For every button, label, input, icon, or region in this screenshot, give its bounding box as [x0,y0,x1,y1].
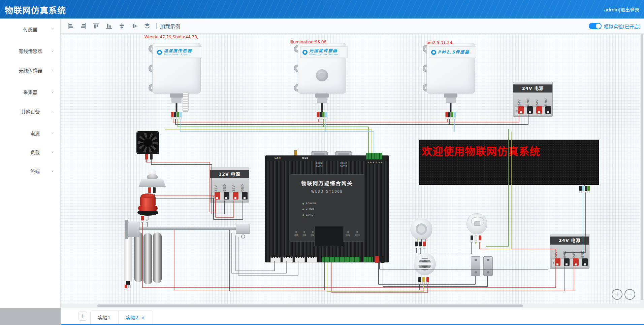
green-terminal-strip [322,257,360,262]
zoom-in-button[interactable]: + [612,289,622,300]
chevron-down-icon: ∨ [51,88,54,96]
device-illumination-sensor[interactable]: 光照度传感器 Illumination Sensor [293,43,351,120]
device-pir-sensor[interactable] [410,218,432,250]
device-horn[interactable] [139,170,166,197]
device-ceiling-sensor[interactable] [466,213,487,244]
device-24v-power-supply-2[interactable]: 24V 电源 24V GND 24V GND [550,234,589,269]
device-linear-actuator[interactable] [125,220,251,241]
rs485-label: A [367,161,369,164]
com-label: COM3 [335,165,352,167]
terminal-clip [536,106,542,114]
psu-title: 12V 电源 [210,170,249,178]
sensor-title: 光照度传感器 [309,49,339,53]
design-canvas[interactable]: Wendu:47.29,Shidu:44.78, Illumination:96… [61,34,644,308]
app-title: 物联网仿真系统 [5,4,66,16]
align-center-horizontal-icon[interactable] [117,22,126,30]
align-center-vertical-icon[interactable] [130,22,139,30]
sidebar-item-loads[interactable]: 负载∨ [0,148,61,157]
sidebar-item-terminals[interactable]: 终端∨ [0,167,61,176]
username: admin [604,7,619,12]
cable-gland [444,94,457,98]
sidebar-item-wired-sensors[interactable]: 有线传感器∨ [0,46,61,56]
io-connector [295,257,305,262]
scrollbar-thumb[interactable] [97,304,523,307]
com-port-labels: COM2 COM3 [335,162,352,167]
terminal-clip [150,154,153,159]
terminal-label: 24V [536,94,541,106]
psu-terminal-labels: 24V GND 24V GND [554,246,587,258]
terminal-label: GND [581,246,587,258]
sidebar-item-label: 终端 [30,169,40,174]
device-smoke-detector[interactable] [414,253,436,284]
terminal-clip [224,192,229,200]
terminal-base [171,117,174,119]
simulation-toggle-label: 模拟实验(已开启) [604,23,641,30]
horizontal-scrollbar[interactable] [61,304,640,308]
sidebar: 传感器∧ 有线传感器∨ 无线传感器∧ 采集器∨ 其他设备∧ 电源∨ 负载∨ 终端… [0,19,61,308]
sidebar-item-collectors[interactable]: 采集器∨ [0,87,61,97]
terminal-clip [418,277,421,282]
device-fan[interactable] [136,131,159,154]
device-12v-power-supply[interactable]: 12V 电源 12V GND 12V GND [210,168,249,203]
rs485-label: B [381,161,383,164]
scrollbar-thumb[interactable] [641,34,643,300]
device-pm25-sensor[interactable]: PM2.5传感器 [422,43,480,120]
terminal-clip [451,112,453,117]
tab-experiment-2[interactable]: 实验2× [118,311,153,324]
sidebar-item-wireless-sensors[interactable]: 无线传感器∧ [0,66,61,75]
io-connector [270,257,281,262]
align-bottom-icon[interactable] [104,22,113,30]
simulation-toggle[interactable] [589,23,602,29]
device-door-contact[interactable] [471,256,493,277]
device-led-display[interactable]: 欢迎使用物联网仿真系统 [419,140,599,185]
terminal-base [422,282,425,284]
terminal-base [320,117,322,119]
screw [487,271,489,274]
terminal-clip [320,112,322,117]
cable [450,103,452,112]
terminal-clip [555,258,560,266]
io-label: DI2 [311,234,315,237]
sidebar-item-sensors[interactable]: 传感器∧ [0,25,61,34]
terminal-label: GND [241,180,247,192]
terminal-label: GND [544,94,550,106]
terminal-clips [145,154,153,162]
align-top-icon[interactable] [92,22,100,30]
sidebar-item-power[interactable]: 电源∨ [0,129,61,138]
wire-splice [579,186,590,193]
terminal-clip [419,242,422,246]
screw [137,132,138,133]
light-lens [316,69,328,81]
terminal-base [418,282,421,284]
rs485-label: B [375,161,378,164]
add-tab-button[interactable]: + [78,312,87,321]
terminal-clip [125,285,127,288]
device-temp-humidity-sensor[interactable]: 温湿度传感器 Temp humi Sensor [148,43,205,120]
align-left-icon[interactable] [66,22,75,30]
zoom-out-button[interactable]: − [624,289,635,300]
pir-dome [410,218,432,240]
cable-gland [171,98,182,103]
terminal-clip [215,192,220,200]
brand-logo-icon [302,50,308,55]
terminal-label: GND [223,180,229,192]
load-example-button[interactable]: 加载示例 [160,23,180,30]
led-label: xLINK [306,208,314,211]
rs485-terminal-block [366,153,382,159]
logout-link[interactable]: 退出登录 [620,7,639,12]
com-label: COM2 [335,162,352,165]
device-iot-gateway[interactable]: LAN USB COM0 COM1 COM2 COM3 A B A B A B … [265,155,389,262]
layers-icon[interactable] [143,22,152,30]
terminal-clip [585,186,587,191]
sidebar-item-label: 传感器 [23,27,37,32]
terminal-clip [423,242,426,246]
device-24v-power-supply[interactable]: 24V 电源 24V GND 24V GND [513,82,553,117]
terminal-clip [582,186,584,191]
tab-experiment-1[interactable]: 实验1 [90,311,118,324]
vertical-scrollbar[interactable] [640,34,644,308]
close-tab-icon[interactable]: × [141,315,145,320]
sidebar-item-other-devices[interactable]: 其他设备∧ [0,107,61,116]
sidebar-item-label: 无线传感器 [19,68,42,73]
terminal-clip [579,186,582,191]
align-right-icon[interactable] [79,22,88,30]
